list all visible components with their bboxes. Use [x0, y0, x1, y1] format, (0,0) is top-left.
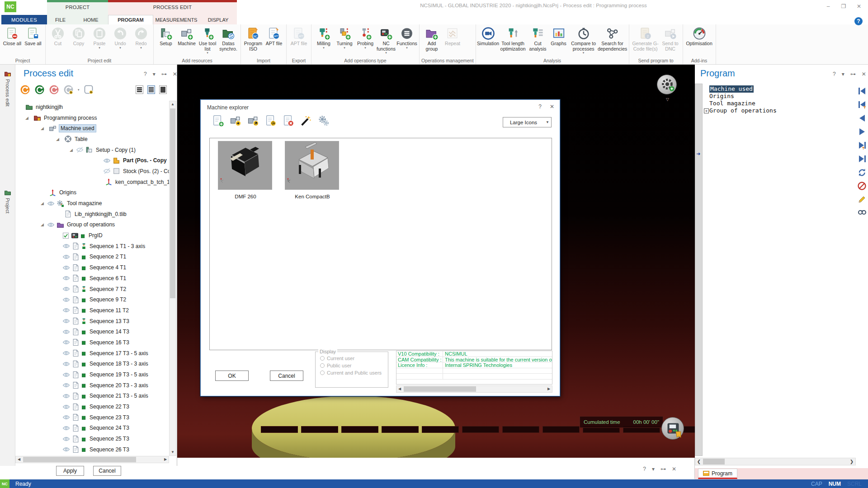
tree-item-sequence-18-t3-3-axis[interactable]: Sequence 18 T3 - 3 axis [15, 359, 170, 370]
tree-item-sequence-16-t3[interactable]: Sequence 16 T3 [15, 337, 170, 348]
tab-measurements[interactable]: MEASUREMENTS [153, 15, 199, 24]
tree-item-sequence-14-t3[interactable]: Sequence 14 T3 [15, 326, 170, 337]
panel-pin-icon[interactable]: ⊶ [850, 71, 856, 77]
delete-machine-icon[interactable] [282, 114, 295, 127]
apt-file-button[interactable]: APTAPT file [264, 25, 284, 57]
tree-item-stock-pos-2-cop[interactable]: Stock (Pos. (2) - Cop [15, 166, 170, 177]
hscroll-thumb[interactable] [404, 386, 476, 392]
program-bottom-tab[interactable]: Program [698, 469, 737, 479]
dock-help-icon[interactable]: ? [643, 466, 646, 472]
cancel-button[interactable]: Cancel [93, 466, 121, 476]
datas-synchro--button[interactable]: Datas synchro. [218, 25, 239, 57]
refresh-orange-icon[interactable] [20, 84, 30, 95]
go-last-icon[interactable] [857, 154, 867, 164]
restore-button[interactable]: ❐ [837, 2, 850, 11]
minimize-button[interactable]: – [822, 2, 835, 11]
viewport-settings-caret-icon[interactable]: ▽ [666, 97, 669, 102]
vscroll-thumb[interactable] [170, 108, 175, 298]
list-large-icon[interactable] [136, 85, 143, 94]
tree-item-sequence-17-t3-5-axis[interactable]: Sequence 17 T3 - 5 axis [15, 348, 170, 359]
tree-item-sequence-25-t3[interactable]: Sequence 25 T3 [15, 433, 170, 444]
dialog-close-icon[interactable]: ✕ [550, 103, 554, 110]
visibility-on-icon[interactable] [62, 371, 70, 379]
panel-collapse-icon[interactable]: ▾ [842, 71, 844, 77]
tree-item-prgid[interactable]: PrgID [15, 230, 170, 241]
expander-icon[interactable]: ◢ [41, 222, 47, 227]
visibility-on-icon[interactable] [103, 157, 111, 164]
machine-card-ken-compactb[interactable]: Ken CompactB [285, 141, 340, 350]
add-group-button[interactable]: Add group [421, 25, 442, 57]
tree-item-sequence-22-t3[interactable]: Sequence 22 T3 [15, 401, 170, 412]
tree-item-nightkingjlh[interactable]: nightkingjlh [15, 102, 170, 113]
tree-item-sequence-13-t3[interactable]: Sequence 13 T3 [15, 316, 170, 327]
simulation-button[interactable]: Simulation [478, 25, 499, 57]
tab-program[interactable]: PROGRAM [108, 15, 153, 24]
panel-close-icon[interactable]: ✕ [862, 71, 866, 77]
visibility-on-icon[interactable] [62, 253, 70, 261]
tool-length-optimization-button[interactable]: Tool length optimization [499, 25, 528, 57]
tree-item-part-pos-copy[interactable]: Part (Pos. - Copy [15, 155, 170, 166]
optimisation-button[interactable]: Optimisation [685, 25, 714, 57]
tree-item-sequence-9-t2[interactable]: Sequence 9 T2 [15, 294, 170, 305]
compatibility-hscrollbar[interactable]: ◀ ▶ [396, 385, 552, 393]
panel-help-icon[interactable]: ? [144, 71, 147, 77]
scroll-right-icon[interactable]: ▶ [162, 456, 169, 463]
refresh-green-icon[interactable] [34, 84, 45, 95]
checkbox-checked-icon[interactable] [62, 232, 69, 239]
scroll-down-icon[interactable]: ▼ [170, 449, 176, 455]
tree-item-sequence-4-t1[interactable]: Sequence 4 T1 [15, 262, 170, 273]
visibility-on-icon[interactable] [62, 349, 70, 357]
program-item-tool-magazine[interactable]: Tool magazine [704, 100, 856, 107]
machine-button[interactable]: Machine [176, 25, 197, 57]
dialog-help-icon[interactable]: ? [538, 103, 542, 110]
panel-help-icon[interactable]: ? [833, 71, 836, 77]
hscroll-thumb[interactable] [23, 457, 136, 462]
program-hscrollbar[interactable]: ❮ ❯ [695, 458, 856, 465]
machine-panel-icon[interactable] [661, 417, 684, 440]
probing-button[interactable]: Probing▾ [355, 25, 376, 57]
dialog-ok-button[interactable]: OK [215, 371, 249, 381]
tab-display[interactable]: DISPLAY [199, 15, 237, 24]
tree-item-machine-used[interactable]: ◢Machine used [15, 123, 170, 134]
expander-icon[interactable]: ◢ [25, 116, 32, 120]
expander-icon[interactable]: ◢ [56, 137, 62, 141]
new-machine-icon[interactable] [212, 114, 224, 127]
visibility-on-icon[interactable] [47, 200, 55, 207]
visibility-on-icon[interactable] [62, 403, 70, 411]
list-medium-icon[interactable] [147, 85, 155, 94]
hscroll-thumb[interactable] [703, 459, 725, 465]
nc-functions-button[interactable]: NC functions▾ [376, 25, 396, 57]
milling-button[interactable]: Milling▾ [313, 25, 334, 57]
visibility-on-icon[interactable] [62, 306, 70, 314]
go-first-filter-icon[interactable] [857, 100, 867, 109]
scroll-left-icon[interactable]: ◀ [16, 456, 22, 463]
machine-wizard-icon[interactable] [300, 114, 312, 127]
edit-icon[interactable] [857, 195, 867, 204]
help-icon[interactable]: ? [854, 17, 863, 25]
visibility-on-icon[interactable] [62, 285, 70, 293]
panel-close-icon[interactable]: ✕ [173, 71, 177, 77]
scroll-right-icon[interactable]: ▶ [546, 386, 552, 392]
visibility-on-icon[interactable] [62, 360, 70, 368]
search-icon[interactable] [857, 208, 867, 218]
dialog-cancel-button[interactable]: Cancel [270, 371, 303, 381]
loop-icon[interactable] [857, 168, 867, 177]
visibility-on-icon[interactable] [62, 317, 70, 325]
dock-close-icon[interactable]: ✕ [672, 466, 676, 472]
close-button[interactable]: ✕ [853, 2, 865, 11]
tree-item-sequence-20-t3-3-axis[interactable]: Sequence 20 T3 - 3 axis [15, 380, 170, 391]
tree-item-sequence-2-t1[interactable]: Sequence 2 T1 [15, 252, 170, 263]
tree-item-table[interactable]: ◢Table [15, 134, 170, 145]
refresh-red-icon[interactable] [49, 84, 59, 95]
refresh-settings-icon[interactable] [63, 84, 74, 95]
tab-home[interactable]: HOME [74, 15, 108, 24]
tree-item-sequence-23-t3[interactable]: Sequence 23 T3 [15, 412, 170, 423]
visibility-on-icon[interactable] [62, 392, 70, 400]
go-next-icon[interactable] [857, 127, 867, 136]
tree-item-sequence-24-t3[interactable]: Sequence 24 T3 [15, 423, 170, 434]
tree-item-ken-compact-b-tch-19-[interactable]: ken_compact_b_tch_19[ [15, 177, 170, 188]
tree-item-setup-copy-1-[interactable]: ◢Setup - Copy (1) [15, 145, 170, 155]
visibility-on-icon[interactable] [62, 274, 70, 282]
program-item-group-of-operations[interactable]: +Group of operations [704, 107, 856, 114]
visibility-on-icon[interactable] [62, 424, 70, 432]
